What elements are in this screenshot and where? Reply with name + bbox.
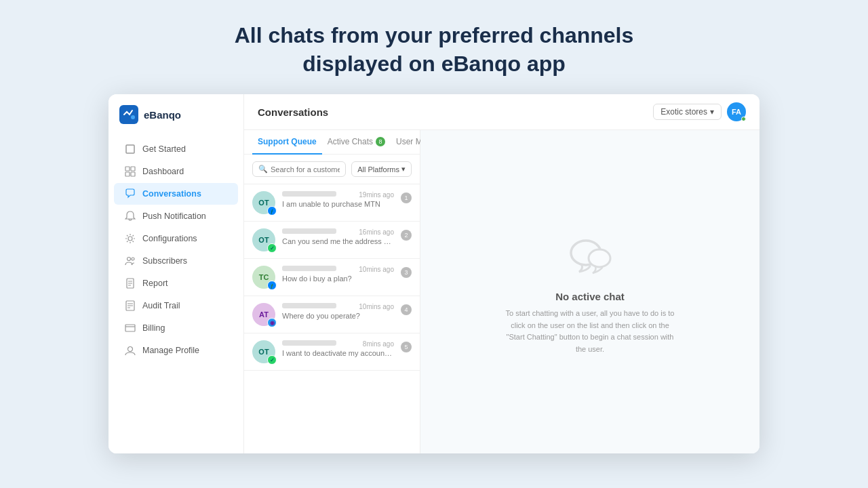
chat-count: 1 bbox=[401, 192, 412, 203]
platform-icon-messenger: ƒ bbox=[267, 206, 277, 216]
sidebar-item-get-started[interactable]: Get Started bbox=[114, 138, 238, 160]
search-icon: 🔍 bbox=[258, 165, 268, 174]
sidebar-item-conversations[interactable]: Conversations bbox=[114, 183, 238, 205]
tab-label-active-chats: Active Chats bbox=[328, 137, 373, 146]
user-avatar[interactable]: FA bbox=[727, 102, 746, 121]
chat-list: OT ƒ 19mins ago I am unable to purchase … bbox=[244, 184, 420, 453]
svg-rect-3 bbox=[125, 167, 130, 171]
avatar-initials: FA bbox=[732, 108, 741, 116]
topbar: Conversations Exotic stores ▾ FA bbox=[244, 94, 760, 130]
chat-info: 19mins ago I am unable to purchase MTN bbox=[282, 191, 394, 208]
tab-label-support-queue: Support Queue bbox=[258, 137, 317, 146]
search-bar: 🔍 All Platforms ▾ bbox=[244, 155, 420, 184]
sidebar-item-audit-trail[interactable]: Audit Trail bbox=[114, 295, 238, 317]
svg-point-20 bbox=[128, 347, 133, 352]
main-area: Conversations Exotic stores ▾ FA Support… bbox=[244, 94, 760, 453]
configurations-icon bbox=[125, 233, 136, 244]
nav-list: Get StartedDashboardConversationsPush No… bbox=[108, 138, 243, 362]
chat-count: 2 bbox=[401, 230, 412, 241]
chat-count: 5 bbox=[401, 342, 412, 352]
content-area: Support QueueActive Chats8User MessagesF… bbox=[244, 130, 760, 453]
chat-message: I am unable to purchase MTN bbox=[282, 200, 394, 208]
nav-label-billing: Billing bbox=[142, 323, 165, 333]
chat-initials: OT bbox=[258, 348, 269, 356]
tab-active-chats[interactable]: Active Chats8 bbox=[322, 130, 391, 155]
chat-info: 10mins ago How do i buy a plan? bbox=[282, 266, 394, 283]
sidebar-item-report[interactable]: Report bbox=[114, 272, 238, 294]
chat-avatar: TC ƒ bbox=[252, 266, 275, 289]
chat-name-row: 19mins ago bbox=[282, 191, 394, 199]
chat-avatar: OT ƒ bbox=[252, 191, 275, 214]
svg-rect-5 bbox=[125, 172, 130, 176]
chat-name bbox=[282, 191, 336, 197]
sidebar: eBanqo Get StartedDashboardConversations… bbox=[108, 94, 244, 453]
chat-list-item[interactable]: OT ✓ 8mins ago I want to deactivate my a… bbox=[244, 333, 420, 371]
audit-trail-icon bbox=[125, 300, 136, 311]
store-label: Exotic stores bbox=[660, 107, 707, 117]
chat-list-item[interactable]: AT ◉ 10mins ago Where do you operate? 4 bbox=[244, 296, 420, 333]
platform-icon-whatsapp: ✓ bbox=[267, 243, 277, 253]
dashboard-icon bbox=[125, 166, 136, 177]
platform-filter[interactable]: All Platforms ▾ bbox=[351, 161, 412, 177]
no-chat-icon bbox=[563, 228, 617, 283]
nav-label-dashboard: Dashboard bbox=[142, 167, 184, 176]
chat-time: 8mins ago bbox=[363, 340, 394, 348]
nav-label-subscribers: Subscribers bbox=[142, 256, 187, 266]
svg-point-22 bbox=[589, 249, 610, 267]
search-input-wrap[interactable]: 🔍 bbox=[252, 161, 346, 177]
svg-rect-2 bbox=[126, 145, 134, 153]
chat-info: 8mins ago I want to deactivate my accoun… bbox=[282, 340, 394, 357]
get-started-icon bbox=[125, 144, 136, 155]
svg-point-9 bbox=[132, 258, 134, 260]
chat-count: 4 bbox=[401, 304, 412, 315]
chat-name bbox=[282, 303, 336, 308]
topbar-right: Exotic stores ▾ FA bbox=[653, 102, 746, 121]
chat-view-panel: No active chat To start chatting with a … bbox=[420, 130, 760, 453]
sidebar-item-dashboard[interactable]: Dashboard bbox=[114, 161, 238, 182]
app-window: eBanqo Get StartedDashboardConversations… bbox=[108, 94, 760, 453]
sidebar-item-manage-profile[interactable]: Manage Profile bbox=[114, 340, 238, 361]
chat-list-item[interactable]: OT ✓ 16mins ago Can you send me the addr… bbox=[244, 222, 420, 259]
hero-title: All chats from your preferred channels d… bbox=[197, 0, 671, 94]
tab-support-queue[interactable]: Support Queue bbox=[252, 130, 322, 155]
chat-info: 10mins ago Where do you operate? bbox=[282, 303, 394, 320]
store-selector[interactable]: Exotic stores ▾ bbox=[653, 104, 722, 120]
chat-count: 3 bbox=[401, 267, 412, 278]
chat-name bbox=[282, 228, 336, 234]
online-indicator bbox=[741, 117, 746, 121]
logo-icon bbox=[119, 105, 138, 124]
chat-avatar: OT ✓ bbox=[252, 228, 275, 251]
chat-list-item[interactable]: OT ƒ 19mins ago I am unable to purchase … bbox=[244, 184, 420, 222]
topbar-title: Conversations bbox=[258, 106, 328, 118]
chat-name-row: 16mins ago bbox=[282, 228, 394, 236]
tabs-bar: Support QueueActive Chats8User MessagesF… bbox=[244, 130, 420, 155]
search-input[interactable] bbox=[271, 165, 340, 174]
svg-rect-6 bbox=[131, 172, 135, 176]
report-icon bbox=[125, 278, 136, 289]
svg-point-7 bbox=[128, 237, 132, 241]
chat-initials: OT bbox=[258, 199, 269, 207]
chat-name-row: 10mins ago bbox=[282, 266, 394, 273]
manage-profile-icon bbox=[125, 345, 136, 356]
nav-label-manage-profile: Manage Profile bbox=[142, 346, 199, 355]
nav-label-audit-trail: Audit Trail bbox=[142, 301, 180, 310]
chat-name-row: 10mins ago bbox=[282, 303, 394, 310]
chat-avatar: OT ✓ bbox=[252, 340, 275, 363]
sidebar-item-billing[interactable]: Billing bbox=[114, 317, 238, 339]
nav-label-push-notification: Push Notification bbox=[142, 211, 206, 221]
sidebar-item-subscribers[interactable]: Subscribers bbox=[114, 250, 238, 272]
subscribers-icon bbox=[125, 256, 136, 266]
chat-initials: OT bbox=[258, 236, 269, 244]
logo-area: eBanqo bbox=[108, 105, 243, 138]
platform-label: All Platforms bbox=[357, 165, 399, 174]
chat-message: How do i buy a plan? bbox=[282, 274, 394, 283]
sidebar-item-configurations[interactable]: Configurations bbox=[114, 228, 238, 249]
billing-icon bbox=[125, 323, 136, 333]
conversations-icon bbox=[125, 188, 136, 199]
chat-time: 10mins ago bbox=[359, 266, 394, 273]
chat-list-item[interactable]: TC ƒ 10mins ago How do i buy a plan? 3 bbox=[244, 259, 420, 296]
chat-message: I want to deactivate my account today. H… bbox=[282, 349, 394, 357]
sidebar-item-push-notification[interactable]: Push Notification bbox=[114, 205, 238, 227]
chat-name-row: 8mins ago bbox=[282, 340, 394, 348]
svg-point-1 bbox=[131, 115, 135, 119]
